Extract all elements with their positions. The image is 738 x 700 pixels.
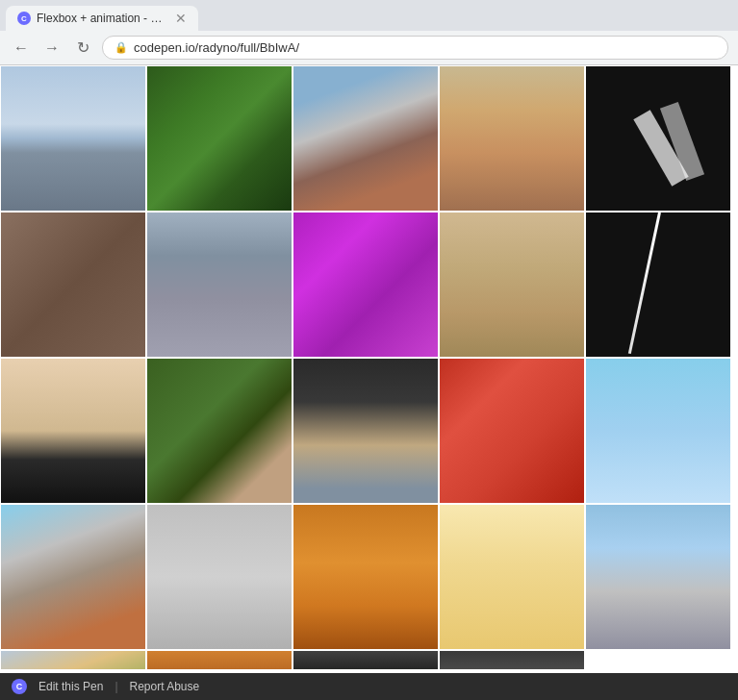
list-item xyxy=(586,66,730,211)
list-item xyxy=(293,651,438,669)
reload-button[interactable]: ↻ xyxy=(71,37,94,60)
list-item xyxy=(147,66,292,211)
list-item xyxy=(293,505,438,649)
edit-pen-link[interactable]: Edit this Pen xyxy=(38,680,103,693)
list-item xyxy=(1,66,145,211)
list-item xyxy=(440,359,584,503)
list-item xyxy=(147,505,292,649)
browser-tab[interactable]: C Flexbox + animation - Co... ✕ xyxy=(6,6,198,31)
list-item xyxy=(1,651,145,669)
tab-close-button[interactable]: ✕ xyxy=(175,11,187,26)
photo-18 xyxy=(293,505,438,649)
photo-6 xyxy=(1,212,145,357)
photo-13 xyxy=(293,359,438,503)
photo-8 xyxy=(293,212,438,357)
page-content xyxy=(0,65,738,669)
address-bar: ← → ↻ 🔒 codepen.io/radyno/full/BbIwA/ xyxy=(0,31,738,64)
list-item xyxy=(293,359,438,503)
photo-17 xyxy=(147,505,292,649)
list-item xyxy=(1,359,145,503)
list-item xyxy=(586,212,730,357)
list-item xyxy=(293,66,438,211)
list-item xyxy=(440,651,584,669)
photo-10 xyxy=(586,212,730,357)
forward-button[interactable]: → xyxy=(40,37,64,60)
list-item xyxy=(147,212,292,357)
photo-9 xyxy=(440,212,584,357)
list-item xyxy=(147,359,292,503)
photo-16 xyxy=(1,505,145,649)
photo-12 xyxy=(147,359,292,503)
photo-21 xyxy=(1,651,145,669)
photo-19 xyxy=(440,505,584,649)
photo-11 xyxy=(1,359,145,503)
list-item xyxy=(440,505,584,649)
gallery-grid xyxy=(0,65,738,669)
photo-15 xyxy=(586,359,730,503)
back-button[interactable]: ← xyxy=(10,37,33,60)
tab-title: Flexbox + animation - Co... xyxy=(37,12,169,25)
separator: | xyxy=(115,680,117,693)
list-item xyxy=(1,212,145,357)
tab-bar: C Flexbox + animation - Co... ✕ xyxy=(0,0,738,31)
report-abuse-link[interactable]: Report Abuse xyxy=(130,680,200,693)
photo-1 xyxy=(1,66,145,211)
list-item xyxy=(586,359,730,503)
photo-24 xyxy=(440,651,584,669)
list-item xyxy=(440,212,584,357)
url-text: codepen.io/radyno/full/BbIwA/ xyxy=(134,40,299,55)
photo-22 xyxy=(147,651,292,669)
photo-2 xyxy=(147,66,292,211)
security-lock-icon: 🔒 xyxy=(115,41,128,54)
photo-7 xyxy=(147,212,292,357)
url-bar[interactable]: 🔒 codepen.io/radyno/full/BbIwA/ xyxy=(102,36,728,60)
list-item xyxy=(293,212,438,357)
codepen-icon: C xyxy=(12,679,27,694)
photo-23 xyxy=(293,651,438,669)
list-item xyxy=(1,505,145,649)
photo-3 xyxy=(293,66,438,211)
photo-4 xyxy=(440,66,584,211)
tab-favicon: C xyxy=(17,12,31,25)
list-item xyxy=(586,505,730,649)
photo-20 xyxy=(586,505,730,649)
list-item xyxy=(147,651,292,669)
photo-14 xyxy=(440,359,584,503)
bottom-bar: C Edit this Pen | Report Abuse xyxy=(0,673,738,700)
browser-chrome: C Flexbox + animation - Co... ✕ ← → ↻ 🔒 … xyxy=(0,0,738,65)
list-item xyxy=(440,66,584,211)
